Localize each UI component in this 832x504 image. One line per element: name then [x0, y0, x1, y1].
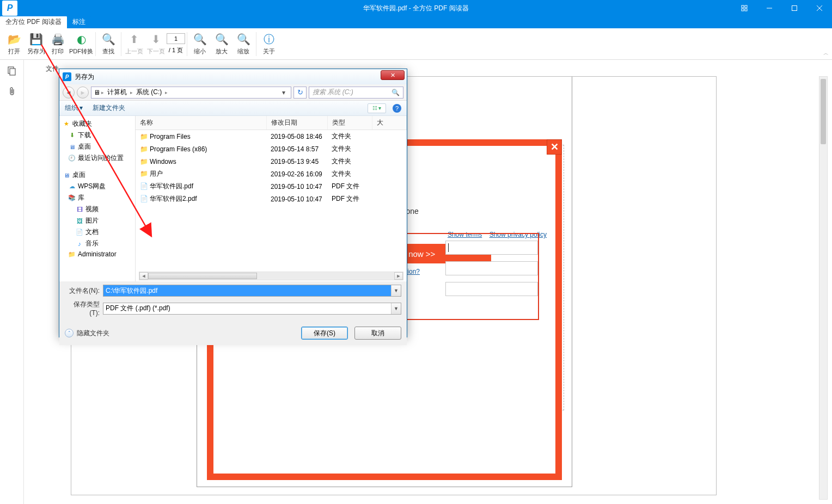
minimize-button[interactable] [757, 0, 782, 16]
tree-downloads[interactable]: ⬇下载 [60, 130, 134, 141]
open-button[interactable]: 📂打开 [3, 29, 25, 59]
tree-documents[interactable]: 📄文档 [60, 226, 134, 238]
tree-recent[interactable]: 🕘最近访问的位置 [60, 152, 134, 164]
ribbon-collapse-icon[interactable]: ︿ [823, 50, 829, 57]
dialog-title: 另存为 [75, 72, 94, 82]
refresh-button[interactable]: ↻ [293, 87, 307, 99]
tree-administrator[interactable]: 📁Administrator [60, 249, 134, 259]
folder-open-icon: 📂 [7, 32, 21, 46]
tree-desktop[interactable]: 🖥桌面 [60, 169, 134, 181]
form-field-2[interactable] [445, 261, 538, 275]
breadcrumb-drive[interactable]: 系统 (C:) [134, 88, 164, 97]
file-list: 名称 修改日期 类型 大 📁Program Files2019-05-08 18… [136, 116, 407, 281]
tree-desktop-fav[interactable]: 🖥桌面 [60, 141, 134, 152]
col-name[interactable]: 名称 [136, 116, 266, 130]
scroll-left-icon[interactable]: ◄ [139, 272, 148, 280]
help-icon[interactable]: ? [393, 104, 401, 113]
dialog-navrow: ◄ ► 🖥 ▸ 计算机 ▸ 系统 (C:) ▸ ▾ ↻ 搜索 系统 (C:)🔍 [59, 84, 407, 101]
tree-libraries[interactable]: 📚库 [60, 192, 134, 204]
app-logo-icon: P [2, 1, 17, 16]
maximize-button[interactable] [782, 0, 807, 16]
page-indicator: 1 / 1 页 [167, 33, 185, 54]
saveas-button[interactable]: 💾另存为 [25, 29, 47, 59]
arrow-down-icon: ⬇ [149, 32, 163, 46]
dialog-body: ★收藏夹 ⬇下载 🖥桌面 🕘最近访问的位置 🖥桌面 ☁WPS网盘 📚库 🎞视频 … [59, 116, 407, 281]
tab-annotate[interactable]: 标注 [67, 16, 91, 28]
svg-rect-9 [10, 69, 15, 75]
folder-tree: ★收藏夹 ⬇下载 🖥桌面 🕘最近访问的位置 🖥桌面 ☁WPS网盘 📚库 🎞视频 … [59, 116, 136, 281]
find-button[interactable]: 🔍查找 [97, 29, 119, 59]
window-controls [732, 0, 832, 16]
col-type[interactable]: 类型 [327, 116, 372, 130]
search-icon: 🔍 [391, 89, 400, 96]
convert-button[interactable]: ◐PDF转换 [69, 29, 94, 59]
horizontal-scrollbar[interactable]: ◄ ► [139, 272, 403, 280]
cancel-button[interactable]: 取消 [354, 327, 401, 340]
about-button[interactable]: ⓘ关于 [258, 29, 280, 59]
dialog-command-row: 组织 ▾ 新建文件夹 ☷ ▾ ? [59, 101, 407, 116]
hide-folders-toggle[interactable]: ˄隐藏文件夹 [65, 329, 109, 338]
title-bar: P 华军软件园.pdf - 全方位 PDF 阅读器 [0, 0, 832, 16]
chevron-down-icon[interactable]: ▼ [391, 285, 401, 296]
page-current-input[interactable]: 1 [167, 33, 185, 44]
form-field-1[interactable] [445, 241, 538, 255]
desktop-icon: 🖥 [63, 171, 70, 179]
tab-reader[interactable]: 全方位 PDF 阅读器 [0, 16, 67, 28]
view-mode-button[interactable]: ☷ ▾ [368, 103, 386, 113]
tree-wps[interactable]: ☁WPS网盘 [60, 181, 134, 192]
scroll-right-icon[interactable]: ► [394, 272, 403, 280]
zoom-out-button[interactable]: 🔍缩小 [189, 29, 211, 59]
table-row[interactable]: 📁Program Files2019-05-08 18:46文件夹 [136, 130, 407, 143]
tree-videos[interactable]: 🎞视频 [60, 204, 134, 215]
close-icon[interactable]: ✕ [547, 139, 562, 155]
zoom-in-button[interactable]: 🔍放大 [211, 29, 233, 59]
form-field-3[interactable] [445, 282, 538, 296]
address-dropdown-icon[interactable]: ▾ [279, 89, 289, 96]
window-title: 华军软件园.pdf - 全方位 PDF 阅读器 [363, 4, 468, 13]
table-row[interactable]: 📄华军软件园.pdf2019-05-10 10:47PDF 文件 [136, 180, 407, 193]
chevron-right-icon: ▸ [165, 90, 168, 95]
address-bar[interactable]: 🖥 ▸ 计算机 ▸ 系统 (C:) ▸ ▾ [91, 87, 291, 99]
save-button[interactable]: 保存(S) [301, 327, 348, 340]
pdf-icon: 📄 [140, 182, 148, 190]
table-row[interactable]: 📁Windows2019-05-13 9:45文件夹 [136, 155, 407, 168]
chevron-right-icon: ▸ [130, 90, 133, 95]
back-button[interactable]: ◄ [63, 87, 75, 99]
col-size[interactable]: 大 [372, 116, 407, 130]
computer-icon: 🖥 [94, 89, 100, 96]
search-input[interactable]: 搜索 系统 (C:)🔍 [309, 87, 403, 99]
zoom-in-icon: 🔍 [215, 32, 229, 46]
table-row[interactable]: 📄华军软件园2.pdf2019-05-10 10:47PDF 文件 [136, 193, 407, 205]
filetype-label: 保存类型(T): [65, 300, 100, 317]
vertical-scrollbar[interactable] [819, 76, 828, 500]
window-group-icon[interactable] [732, 0, 757, 16]
scrollbar-thumb[interactable] [821, 79, 826, 144]
print-button[interactable]: 🖨️打印 [47, 29, 69, 59]
next-page-button[interactable]: ⬇下一页 [145, 29, 167, 59]
zoom-dropdown-button[interactable]: 🔍缩放 [233, 29, 254, 59]
attachment-icon[interactable] [5, 85, 19, 98]
table-row[interactable]: 📁用户2019-02-26 16:09文件夹 [136, 168, 407, 180]
filetype-select[interactable]: PDF 文件 (.pdf) (*.pdf)▼ [103, 303, 401, 315]
scrollbar-thumb[interactable] [148, 273, 257, 279]
organize-menu[interactable]: 组织 ▾ [65, 103, 83, 113]
download-icon: ⬇ [68, 132, 76, 139]
svg-rect-0 [742, 5, 744, 8]
copy-icon[interactable] [5, 64, 19, 77]
dialog-footer: 文件名(N): C:\华军软件园.pdf▼ 保存类型(T): PDF 文件 (.… [59, 281, 407, 345]
chevron-down-icon[interactable]: ▼ [391, 303, 401, 314]
close-button[interactable] [807, 0, 832, 16]
prev-page-button[interactable]: ⬆上一页 [123, 29, 145, 59]
dialog-close-button[interactable]: ✕ [381, 70, 405, 80]
tree-pictures[interactable]: 🖼图片 [60, 215, 134, 226]
tree-favorites[interactable]: ★收藏夹 [60, 118, 134, 130]
tree-music[interactable]: ♪音乐 [60, 238, 134, 249]
table-row[interactable]: 📁Program Files (x86)2019-05-14 8:57文件夹 [136, 143, 407, 155]
forward-button[interactable]: ► [77, 87, 89, 99]
col-date[interactable]: 修改日期 [266, 116, 327, 130]
filename-input[interactable]: C:\华军软件园.pdf▼ [103, 285, 401, 297]
new-folder-button[interactable]: 新建文件夹 [93, 103, 125, 113]
breadcrumb-computer[interactable]: 计算机 [105, 88, 129, 97]
save-icon: 💾 [29, 32, 43, 46]
files-panel-label: 文件 [46, 64, 59, 73]
